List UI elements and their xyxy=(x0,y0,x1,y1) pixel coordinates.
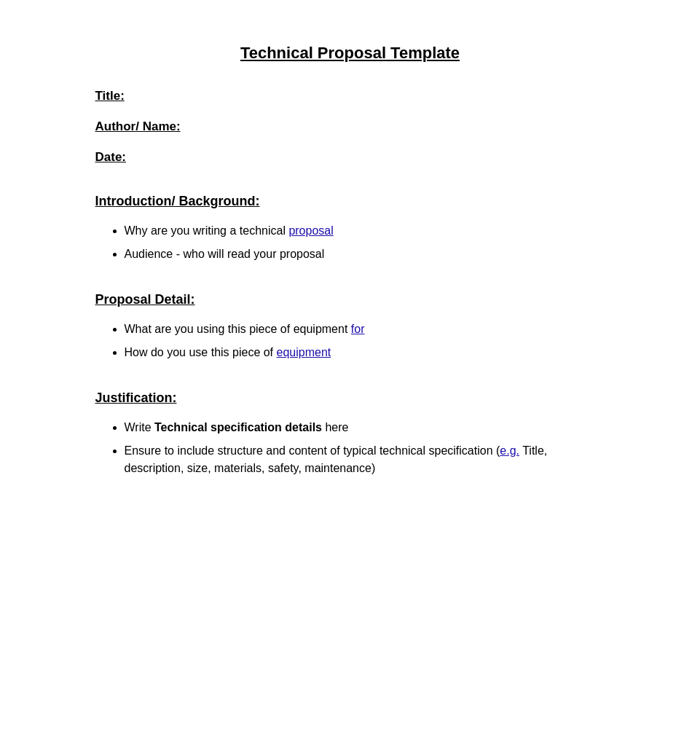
eg-link[interactable]: e.g. xyxy=(500,444,519,457)
proposal-detail-bullet-list: What are you using this piece of equipme… xyxy=(95,321,605,361)
bullet-text: What are you using this piece of equipme… xyxy=(125,323,351,335)
bullet-text: Audience - who will read your proposal xyxy=(125,248,325,260)
justification-bullet-list: Write Technical specification details he… xyxy=(95,419,605,477)
bullet-text: Why are you writing a technical xyxy=(125,224,289,237)
equipment-link[interactable]: equipment xyxy=(277,346,331,358)
list-item: Audience - who will read your proposal xyxy=(125,246,605,263)
field-date-label: Date: xyxy=(95,150,605,165)
bullet-text: How do you use this piece of xyxy=(125,346,277,358)
field-author-label: Author/ Name: xyxy=(95,119,605,134)
bullet-text-after: here xyxy=(322,421,348,433)
list-item: Ensure to include structure and content … xyxy=(125,442,605,477)
list-item: How do you use this piece of equipment xyxy=(125,344,605,361)
list-item: Write Technical specification details he… xyxy=(125,419,605,436)
list-item: What are you using this piece of equipme… xyxy=(125,321,605,338)
proposal-link[interactable]: proposal xyxy=(288,224,333,237)
section-heading-introduction: Introduction/ Background: xyxy=(95,194,605,209)
bullet-text: Write xyxy=(125,421,154,433)
bold-spec-text: Technical specification details xyxy=(154,421,322,433)
bullet-text: Ensure to include structure and content … xyxy=(125,444,500,457)
section-heading-proposal-detail: Proposal Detail: xyxy=(95,292,605,307)
introduction-bullet-list: Why are you writing a technical proposal… xyxy=(95,222,605,263)
document-main-title: Technical Proposal Template xyxy=(95,44,605,63)
list-item: Why are you writing a technical proposal xyxy=(125,222,605,240)
document-page: Technical Proposal Template Title: Autho… xyxy=(37,0,664,527)
field-title-label: Title: xyxy=(95,89,605,103)
section-heading-justification: Justification: xyxy=(95,390,605,406)
for-link[interactable]: for xyxy=(351,323,365,335)
